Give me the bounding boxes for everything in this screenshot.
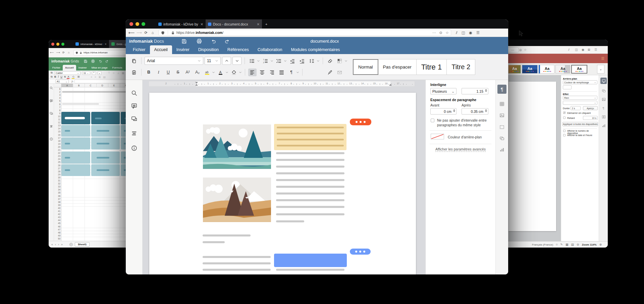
comments-icon[interactable] bbox=[50, 99, 53, 102]
style-normal[interactable]: Normal bbox=[353, 59, 378, 75]
view-slide-icon[interactable]: ▤ bbox=[571, 243, 574, 246]
chevron-down-icon[interactable] bbox=[344, 59, 347, 62]
theme-thumbnail-2[interactable]: Aa bbox=[522, 65, 538, 74]
bullet-list-icon[interactable] bbox=[248, 57, 256, 65]
menu-disposition[interactable]: Disposition bbox=[194, 45, 223, 54]
row-header-24[interactable]: 24 bbox=[58, 158, 60, 161]
row-header-49[interactable]: 49 bbox=[58, 234, 60, 237]
column-header-A[interactable]: A bbox=[61, 84, 73, 87]
row-header-42[interactable]: 42 bbox=[58, 213, 60, 216]
indent-marker[interactable] bbox=[195, 84, 198, 86]
spellcheck-globe-icon[interactable]: ⌾ bbox=[556, 243, 557, 247]
font-name-select[interactable]: Calibri⌄ bbox=[54, 71, 80, 75]
font-down-icon[interactable] bbox=[232, 57, 241, 65]
row-header-5[interactable]: 5 bbox=[59, 99, 60, 102]
sidebar-icon[interactable]: ◫ bbox=[462, 31, 465, 35]
account-icon[interactable]: ◉ bbox=[469, 31, 472, 35]
superscript-icon[interactable]: A² bbox=[183, 69, 192, 76]
before-field[interactable]: 0 cm bbox=[430, 108, 457, 115]
outdent-icon[interactable] bbox=[288, 57, 297, 65]
search-icon[interactable] bbox=[131, 90, 137, 96]
font-size-select[interactable]: 11 bbox=[205, 57, 221, 65]
row-header-27[interactable]: 27 bbox=[58, 167, 60, 170]
fill-color-icon[interactable]: ◇ bbox=[72, 76, 74, 78]
reload-icon[interactable]: ⟳ bbox=[61, 51, 66, 54]
chevron-down-icon[interactable] bbox=[239, 71, 242, 74]
row-header-39[interactable]: 39 bbox=[58, 204, 60, 207]
view-grid-icon[interactable]: ▦ bbox=[566, 243, 569, 246]
menu-collaboration[interactable]: Collaboration bbox=[253, 45, 287, 54]
row-header-19[interactable]: 19 bbox=[58, 142, 60, 145]
show-date-time-checkbox[interactable] bbox=[563, 134, 566, 136]
image-panel-icon[interactable] bbox=[600, 96, 607, 102]
align-justify-icon[interactable] bbox=[277, 69, 286, 76]
theme-thumbnail-1[interactable]: Aa bbox=[508, 65, 521, 74]
row-header-9[interactable]: 9 bbox=[59, 112, 60, 115]
row-header-34[interactable]: 34 bbox=[58, 188, 60, 191]
line-spacing-icon[interactable] bbox=[308, 57, 316, 65]
indent-icon[interactable] bbox=[298, 57, 306, 65]
close-tab-icon[interactable]: ✕ bbox=[257, 22, 260, 26]
align-icons[interactable]: ≡≡≣▤ bbox=[91, 76, 108, 79]
row-header-43[interactable]: 43 bbox=[58, 216, 60, 219]
row-header-31[interactable]: 31 bbox=[58, 179, 60, 182]
page-actions-icon[interactable]: ⋯ bbox=[432, 31, 436, 35]
preview-button[interactable]: Aperçu bbox=[583, 106, 598, 110]
row-header-28[interactable]: 28 bbox=[58, 170, 60, 173]
account-icon[interactable]: ◉ bbox=[582, 48, 584, 51]
new-tab-button[interactable]: + bbox=[265, 22, 267, 26]
row-header-17[interactable]: 17 bbox=[58, 136, 60, 139]
fill-color-select[interactable]: Couleur de remplissage⌄ bbox=[563, 80, 597, 84]
after-field[interactable]: 0.35 cm bbox=[462, 108, 488, 115]
comment-marker-orange[interactable] bbox=[350, 119, 371, 125]
row-header-26[interactable]: 26 bbox=[58, 164, 60, 167]
menu-fichier[interactable]: Fichier bbox=[128, 45, 150, 54]
chevron-down-icon[interactable] bbox=[257, 59, 260, 62]
paragraph-panel-icon[interactable]: ¶ bbox=[600, 105, 607, 111]
selected-content-block[interactable] bbox=[274, 254, 347, 267]
zoom-window-button[interactable] bbox=[142, 22, 145, 26]
select-all-corner[interactable] bbox=[54, 84, 61, 87]
menu-icon[interactable]: ☰ bbox=[594, 48, 597, 51]
underline-icon[interactable]: U bbox=[60, 76, 62, 78]
image-panel-icon[interactable] bbox=[497, 111, 506, 120]
theme-thumbnail-3[interactable]: Aa bbox=[539, 65, 554, 74]
row-header-38[interactable]: 38 bbox=[58, 201, 60, 204]
delay-field[interactable]: 10 s bbox=[583, 116, 598, 120]
home-icon[interactable]: ⌂ bbox=[149, 31, 156, 35]
home-icon[interactable]: ⌂ bbox=[66, 51, 71, 54]
sidebar-icon[interactable]: ◫ bbox=[575, 48, 578, 51]
browser-tab-kdrive[interactable]: infomaniak - kDrive by Infoman ✕ bbox=[156, 19, 206, 29]
save-icon[interactable] bbox=[84, 59, 87, 63]
theme-thumbnail-5[interactable]: Aa bbox=[571, 65, 587, 74]
menu-accueil[interactable]: Accueil bbox=[63, 65, 76, 71]
pocket-icon[interactable]: ⊙ bbox=[439, 31, 442, 35]
page-actions-icon[interactable]: ⋯ bbox=[511, 48, 514, 52]
row-header-10[interactable]: 10 bbox=[58, 115, 60, 118]
indent-marker[interactable] bbox=[389, 84, 392, 86]
menu-mise-en-page[interactable]: Mise en page bbox=[89, 65, 110, 71]
column-header-B[interactable]: B bbox=[73, 84, 85, 87]
prev-sheet-icon[interactable]: ‹ bbox=[55, 243, 56, 246]
menu-icon[interactable]: ☰ bbox=[476, 31, 480, 35]
duration-field[interactable]: 2 s bbox=[571, 106, 581, 110]
zoom-out-icon[interactable]: ⊖ bbox=[577, 243, 579, 246]
row-header-3[interactable]: 3 bbox=[59, 93, 60, 96]
row-header-15[interactable]: 15 bbox=[58, 130, 60, 133]
chevron-down-icon[interactable] bbox=[212, 71, 215, 74]
zoom-level[interactable]: Zoom 114% bbox=[582, 243, 597, 246]
apply-all-button[interactable]: Appliquer à toutes les diapositives bbox=[562, 122, 598, 126]
line-spacing-select[interactable]: Plusieurs⌄ bbox=[430, 88, 457, 94]
row-header-14[interactable]: 14 bbox=[58, 127, 60, 130]
underline-icon[interactable]: U bbox=[164, 69, 172, 76]
first-sheet-icon[interactable]: « bbox=[51, 243, 53, 246]
chevron-down-icon[interactable] bbox=[284, 59, 287, 62]
menu-ins-rer[interactable]: Insérer bbox=[76, 65, 89, 71]
app-menu-icon[interactable]: ☰ bbox=[601, 56, 604, 61]
row-header-30[interactable]: 30 bbox=[58, 176, 60, 179]
sheet-tab[interactable]: Sheet1 bbox=[75, 242, 90, 247]
italic-icon[interactable]: I bbox=[58, 76, 59, 78]
row-header-21[interactable]: 21 bbox=[58, 148, 60, 151]
landscape-image-brown[interactable] bbox=[203, 177, 271, 222]
minimize-window-button[interactable] bbox=[136, 22, 139, 26]
